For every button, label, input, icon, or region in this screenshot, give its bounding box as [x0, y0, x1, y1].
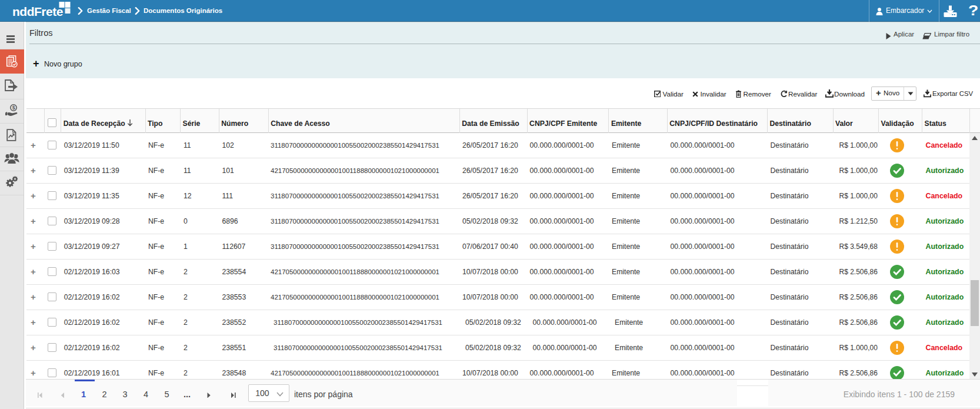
- svg-text:$: $: [12, 105, 15, 111]
